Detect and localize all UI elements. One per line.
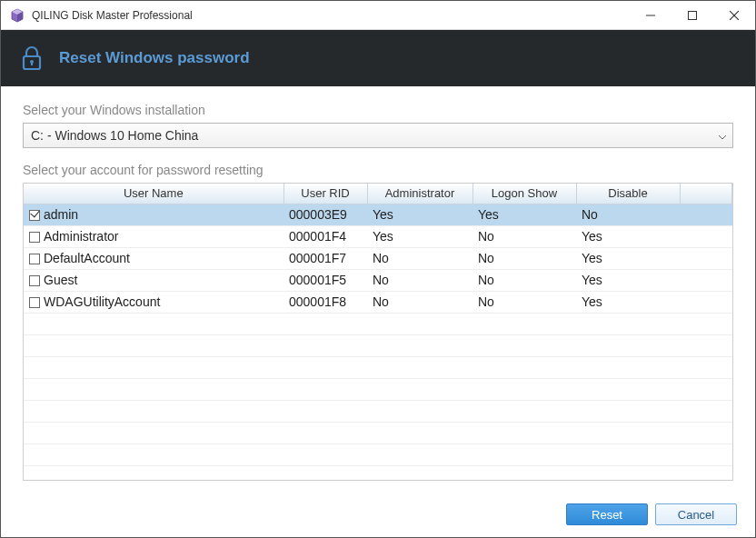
accounts-table: User Name User RID Administrator Logon S… [24, 184, 732, 466]
accounts-table-wrap: User Name User RID Administrator Logon S… [23, 183, 733, 481]
cell-logon: No [472, 291, 576, 313]
cell-extra [680, 291, 732, 313]
page-header: Reset Windows password [1, 30, 755, 86]
minimize-button[interactable] [630, 1, 671, 29]
row-checkbox[interactable] [29, 254, 40, 264]
cell-extra [680, 247, 732, 269]
cell-logon: No [472, 269, 576, 291]
row-checkbox[interactable] [29, 275, 40, 286]
table-row[interactable]: WDAGUtilityAccount000001F8NoNoYes [24, 291, 732, 313]
content-area: Select your Windows installation C: - Wi… [1, 86, 755, 492]
account-label: Select your account for password resetti… [23, 163, 733, 177]
cell-name: WDAGUtilityAccount [44, 294, 160, 309]
maximize-button[interactable] [671, 1, 713, 29]
table-row-empty [24, 378, 732, 400]
cell-logon: Yes [472, 204, 576, 225]
close-button[interactable] [713, 1, 755, 29]
cell-rid: 000001F4 [284, 225, 367, 247]
dropdown-value: C: - Windows 10 Home China [31, 128, 198, 143]
cell-disable: Yes [576, 247, 680, 269]
cell-disable: No [576, 204, 680, 225]
col-header-rid[interactable]: User RID [284, 184, 367, 204]
cell-extra [680, 269, 732, 291]
cell-name: DefaultAccount [44, 251, 130, 265]
col-header-name[interactable]: User Name [24, 184, 284, 204]
col-header-logon[interactable]: Logon Show [472, 184, 576, 204]
cell-rid: 000001F8 [284, 291, 367, 313]
cell-name: Administrator [44, 229, 118, 244]
footer: Reset Cancel [1, 492, 755, 537]
lock-icon [19, 45, 45, 71]
window-controls [630, 1, 755, 29]
cell-disable: Yes [576, 291, 680, 313]
cell-extra [680, 204, 732, 225]
col-header-disable[interactable]: Disable [576, 184, 680, 204]
cell-disable: Yes [576, 269, 680, 291]
col-header-extra [680, 184, 732, 204]
cell-rid: 000003E9 [284, 204, 367, 225]
row-checkbox[interactable] [29, 210, 40, 221]
table-row-empty [24, 313, 732, 334]
cell-rid: 000001F7 [284, 247, 367, 269]
cell-admin: No [367, 269, 472, 291]
table-row-empty [24, 334, 732, 356]
table-row[interactable]: Administrator000001F4YesNoYes [24, 225, 732, 247]
window-title: QILING Disk Master Professional [32, 9, 630, 22]
table-row-empty [24, 422, 732, 443]
svg-rect-4 [689, 11, 697, 19]
cell-admin: Yes [367, 225, 472, 247]
cell-name: Guest [44, 273, 77, 287]
svg-rect-9 [31, 62, 33, 65]
installation-dropdown[interactable]: C: - Windows 10 Home China [23, 123, 733, 148]
table-row[interactable]: Guest000001F5NoNoYes [24, 269, 732, 291]
cell-admin: No [367, 291, 472, 313]
cancel-button[interactable]: Cancel [655, 503, 737, 525]
reset-button[interactable]: Reset [566, 503, 648, 525]
cell-admin: Yes [367, 204, 472, 225]
cell-disable: Yes [576, 225, 680, 247]
table-row[interactable]: DefaultAccount000001F7NoNoYes [24, 247, 732, 269]
install-label: Select your Windows installation [23, 103, 733, 117]
table-row-empty [24, 400, 732, 422]
cell-extra [680, 225, 732, 247]
chevron-down-icon [718, 128, 727, 143]
app-icon [10, 8, 25, 23]
row-checkbox[interactable] [29, 297, 40, 308]
titlebar: QILING Disk Master Professional [1, 1, 755, 30]
cell-admin: No [367, 247, 472, 269]
row-checkbox[interactable] [29, 232, 40, 243]
cell-logon: No [472, 225, 576, 247]
app-window: QILING Disk Master Professional Reset Wi… [0, 0, 756, 538]
col-header-admin[interactable]: Administrator [367, 184, 472, 204]
cell-rid: 000001F5 [284, 269, 367, 291]
page-title: Reset Windows password [59, 49, 250, 67]
table-row[interactable]: admin000003E9YesYesNo [24, 204, 732, 225]
cell-logon: No [472, 247, 576, 269]
cell-name: admin [44, 207, 78, 222]
table-row-empty [24, 443, 732, 465]
table-row-empty [24, 356, 732, 378]
